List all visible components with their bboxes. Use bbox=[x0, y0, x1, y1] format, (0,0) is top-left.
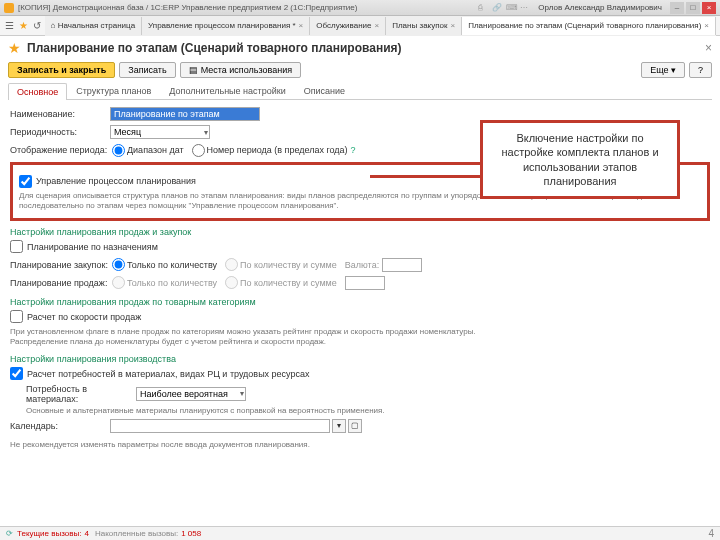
status-bar: ⟳ Текущие вызовы: 4 Накопленные вызовы: … bbox=[0, 526, 720, 540]
speed-label: Расчет по скорости продаж bbox=[27, 312, 141, 322]
more-button[interactable]: Еще ▾ bbox=[641, 62, 685, 78]
purchase-qtysum-radio bbox=[225, 258, 238, 271]
plan-sales-label: Планирование продаж: bbox=[10, 278, 110, 288]
plan-by-assign-checkbox[interactable] bbox=[10, 240, 23, 253]
page-title: Планирование по этапам (Сценарий товарно… bbox=[27, 41, 699, 55]
acc-calls-value: 1 058 bbox=[181, 529, 201, 538]
more-icon[interactable]: ⋯ bbox=[520, 3, 530, 13]
section-categories: Настройки планирования продаж по товарны… bbox=[10, 297, 710, 307]
callout-connector bbox=[370, 175, 480, 178]
calendar-label: Календарь: bbox=[10, 421, 110, 431]
print-icon[interactable]: ⎙ bbox=[478, 3, 488, 13]
save-button[interactable]: Записать bbox=[119, 62, 175, 78]
name-input[interactable] bbox=[110, 107, 260, 121]
pagetab-structure[interactable]: Структура планов bbox=[67, 82, 160, 99]
pagetab-advanced[interactable]: Дополнительные настройки bbox=[160, 82, 294, 99]
section-sales-purchases: Настройки планирования продаж и закупок bbox=[10, 227, 710, 237]
pagetab-main[interactable]: Основное bbox=[8, 83, 67, 100]
acc-calls-label: Накопленные вызовы: bbox=[95, 529, 178, 538]
maximize-button[interactable]: □ bbox=[686, 2, 700, 14]
minimize-button[interactable]: – bbox=[670, 2, 684, 14]
current-calls-value: 4 bbox=[84, 529, 88, 538]
plan-purchase-label: Планирование закупок: bbox=[10, 260, 110, 270]
process-planning-checkbox[interactable] bbox=[19, 175, 32, 188]
close-icon[interactable]: × bbox=[450, 21, 455, 30]
period-label: Периодичность: bbox=[10, 127, 110, 137]
display-range-radio[interactable] bbox=[112, 144, 125, 157]
usage-button[interactable]: ▤Места использования bbox=[180, 62, 301, 78]
save-close-button[interactable]: Записать и закрыть bbox=[8, 62, 115, 78]
sales-currency bbox=[345, 276, 385, 290]
chevron-down-icon[interactable]: ▾ bbox=[240, 389, 244, 398]
close-icon[interactable]: × bbox=[299, 21, 304, 30]
sales-qtysum-radio bbox=[225, 276, 238, 289]
link-icon[interactable]: 🔗 bbox=[492, 3, 502, 13]
calc-icon[interactable]: ⌨ bbox=[506, 3, 516, 13]
page-header: ★ Планирование по этапам (Сценарий товар… bbox=[0, 36, 720, 60]
slide-number: 4 bbox=[708, 528, 714, 539]
mat-need-select[interactable] bbox=[136, 387, 246, 401]
history-icon[interactable]: ↺ bbox=[31, 19, 43, 33]
tab-planning-process[interactable]: Управление процессом планирования *× bbox=[142, 17, 310, 35]
purchase-currency bbox=[382, 258, 422, 272]
chevron-down-icon[interactable]: ▾ bbox=[204, 128, 208, 137]
calendar-input[interactable] bbox=[110, 419, 330, 433]
favorites-icon[interactable]: ★ bbox=[18, 19, 30, 33]
app-icon bbox=[4, 3, 14, 13]
close-icon[interactable]: × bbox=[375, 21, 380, 30]
close-icon[interactable]: × bbox=[704, 21, 709, 30]
mat-desc: Основные и альтернативные материалы план… bbox=[10, 406, 710, 416]
period-select[interactable] bbox=[110, 125, 210, 139]
tab-service[interactable]: Обслуживание× bbox=[310, 17, 386, 35]
help-button[interactable]: ? bbox=[689, 62, 712, 78]
annotation-callout: Включение настройки по настройке комплек… bbox=[480, 120, 680, 199]
display-number-radio[interactable] bbox=[192, 144, 205, 157]
star-icon[interactable]: ★ bbox=[8, 40, 21, 56]
materials-checkbox[interactable] bbox=[10, 367, 23, 380]
mat-need-label: Потребность в материалах: bbox=[26, 384, 136, 404]
user-name[interactable]: Орлов Александр Владимирович bbox=[538, 3, 662, 12]
sales-qty-radio bbox=[112, 276, 125, 289]
action-bar: Записать и закрыть Записать ▤Места испол… bbox=[0, 60, 720, 80]
window-titlebar: [КОПИЯ] Демонстрационная база / 1С:ERP У… bbox=[0, 0, 720, 16]
close-window-button[interactable]: × bbox=[702, 2, 716, 14]
section-production: Настройки планирования производства bbox=[10, 354, 710, 364]
purchase-qty-radio[interactable] bbox=[112, 258, 125, 271]
list-icon: ▤ bbox=[189, 65, 198, 75]
pagetab-desc[interactable]: Описание bbox=[295, 82, 354, 99]
tab-home[interactable]: ⌂ Начальная страница bbox=[45, 17, 142, 35]
plan-by-assign-label: Планирование по назначениям bbox=[27, 242, 158, 252]
tab-stage-planning[interactable]: Планирование по этапам (Сценарий товарно… bbox=[462, 17, 716, 35]
speed-desc: При установленном флаге в плане продаж п… bbox=[10, 327, 710, 348]
menu-icon[interactable]: ☰ bbox=[4, 19, 16, 33]
display-label: Отображение периода: bbox=[10, 145, 110, 155]
close-page-icon[interactable]: × bbox=[705, 41, 712, 55]
calendar-dropdown-icon[interactable]: ▾ bbox=[332, 419, 346, 433]
calendar-open-icon[interactable]: ▢ bbox=[348, 419, 362, 433]
page-tabs: Основное Структура планов Дополнительные… bbox=[8, 82, 712, 100]
app-title: [КОПИЯ] Демонстрационная база / 1С:ERP У… bbox=[18, 3, 357, 12]
current-calls-label: Текущие вызовы: bbox=[17, 529, 81, 538]
materials-label: Расчет потребностей в материалах, видах … bbox=[27, 369, 310, 379]
hint-icon[interactable]: ? bbox=[351, 145, 356, 155]
main-toolbar: ☰ ★ ↺ ⌂ Начальная страница Управление пр… bbox=[0, 16, 720, 36]
footer-note: Не рекомендуется изменять параметры посл… bbox=[10, 440, 710, 450]
tab-purchase-plans[interactable]: Планы закупок× bbox=[386, 17, 462, 35]
refresh-icon[interactable]: ⟳ bbox=[6, 529, 13, 538]
speed-checkbox[interactable] bbox=[10, 310, 23, 323]
name-label: Наименование: bbox=[10, 109, 110, 119]
process-planning-label: Управление процессом планирования bbox=[36, 176, 196, 186]
home-icon: ⌂ bbox=[51, 21, 56, 30]
